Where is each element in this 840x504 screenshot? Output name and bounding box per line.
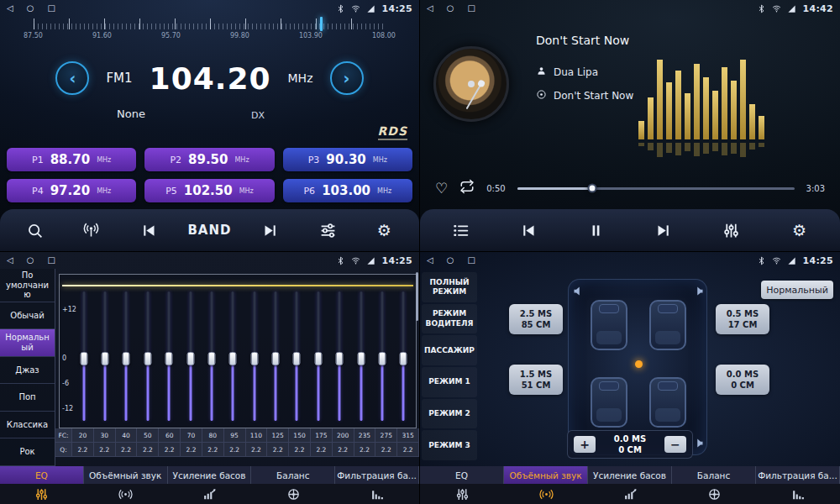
seat-front-left[interactable] [591, 300, 627, 350]
eq-preset-item[interactable]: Рок [0, 438, 55, 466]
next-track-button[interactable] [647, 213, 680, 247]
eq-band-slider[interactable] [371, 291, 392, 421]
scan-button[interactable] [18, 213, 52, 247]
slider-knob[interactable] [165, 352, 173, 365]
back-button[interactable]: ◁ [427, 0, 433, 17]
slider-knob[interactable] [400, 352, 407, 365]
surround-mode-2[interactable]: РЕЖИМ ВОДИТЕЛЯ [422, 304, 477, 334]
slider-knob[interactable] [123, 352, 130, 365]
sound-preset-button[interactable]: Нормальный [761, 281, 833, 299]
eq-icon[interactable] [0, 487, 84, 501]
distance-rear-left[interactable]: 1.5 MS 51 CM [509, 365, 563, 395]
bass-icon[interactable] [168, 487, 252, 501]
radio-preset-p4[interactable]: P497.20MHz [7, 179, 136, 202]
seat-rear-left[interactable] [591, 377, 627, 428]
radio-preset-p1[interactable]: P188.70MHz [7, 148, 136, 171]
home-button[interactable]: ○ [27, 0, 34, 17]
previous-station-button[interactable] [131, 213, 165, 247]
distance-rear-right[interactable]: 0.0 MS 0 CM [716, 365, 769, 395]
broadcast-button[interactable] [75, 213, 108, 247]
slider-knob[interactable] [357, 352, 365, 365]
slider-knob[interactable] [250, 352, 258, 365]
tune-settings-icon[interactable] [311, 213, 344, 247]
seek-up-button[interactable]: › [330, 61, 364, 95]
slider-knob[interactable] [144, 352, 151, 365]
surround-tab-eq[interactable]: EQ [420, 466, 504, 484]
eq-preset-item[interactable]: Поп [0, 384, 55, 412]
eq-preset-item[interactable]: Классика [0, 412, 55, 439]
eq-tab-eq[interactable]: EQ [0, 466, 84, 484]
radio-preset-p3[interactable]: P390.30MHz [283, 148, 412, 171]
slider-knob[interactable] [336, 352, 344, 365]
eq-band-slider[interactable] [223, 291, 244, 421]
bass-icon[interactable] [588, 487, 672, 501]
back-button[interactable]: ◁ [7, 0, 13, 17]
surround-mode-3[interactable]: ПАССАЖИР [422, 335, 477, 365]
slider-knob[interactable] [272, 352, 280, 365]
previous-track-button[interactable] [512, 213, 545, 247]
eq-tab-balance[interactable]: Баланс [251, 466, 335, 484]
decrease-button[interactable]: − [664, 436, 686, 453]
surround-mode-5[interactable]: РЕЖИМ 2 [422, 399, 477, 429]
eq-band-slider[interactable] [393, 291, 414, 421]
slider-knob[interactable] [229, 352, 237, 365]
balance-icon[interactable] [251, 487, 335, 501]
settings-gear-icon[interactable]: ⚙ [783, 213, 816, 247]
back-button[interactable]: ◁ [427, 252, 433, 269]
eq-icon[interactable] [420, 487, 504, 501]
list-scrollbar[interactable] [416, 272, 418, 321]
eq-preset-item[interactable]: По умолчанию [0, 269, 55, 302]
home-button[interactable]: ○ [447, 0, 454, 17]
surround-tab-balance[interactable]: Баланс [672, 466, 756, 484]
eq-band-slider[interactable] [180, 291, 201, 421]
eq-band-slider[interactable] [159, 291, 180, 421]
eq-band-slider[interactable] [244, 291, 265, 421]
eq-tab-bass[interactable]: Усиление басов [168, 466, 252, 484]
surround-icon[interactable] [84, 487, 168, 501]
eq-band-slider[interactable] [350, 291, 371, 421]
band-button[interactable]: BAND [187, 213, 231, 247]
increase-button[interactable]: + [574, 436, 596, 453]
radio-preset-p6[interactable]: P6103.00MHz [283, 179, 412, 202]
eq-band-slider[interactable] [329, 291, 350, 421]
settings-gear-icon[interactable]: ⚙ [367, 213, 401, 247]
slider-knob[interactable] [378, 352, 386, 365]
eq-band-slider[interactable] [137, 291, 158, 421]
surround-mode-1[interactable]: ПОЛНЫЙ РЕЖИМ [422, 272, 477, 302]
seek-down-button[interactable]: ‹ [55, 61, 89, 95]
eq-band-slider[interactable] [94, 291, 115, 421]
eq-band-slider[interactable] [116, 291, 137, 421]
recents-button[interactable]: □ [467, 252, 475, 269]
repeat-button[interactable] [459, 179, 475, 197]
distance-front-left[interactable]: 2.5 MS 85 CM [509, 304, 563, 334]
eq-band-slider[interactable] [265, 291, 286, 421]
recents-button[interactable]: □ [467, 0, 475, 17]
surround-tab-surround[interactable]: Объёмный звук [504, 466, 588, 484]
eq-band-slider[interactable] [286, 291, 307, 421]
mixer-button[interactable] [715, 213, 748, 247]
eq-tab-surround[interactable]: Объёмный звук [84, 466, 168, 484]
eq-preset-item[interactable]: Джаз [0, 357, 55, 385]
home-button[interactable]: ○ [447, 252, 454, 269]
pause-button[interactable] [580, 213, 613, 247]
playlist-button[interactable] [444, 213, 477, 247]
eq-tab-filter[interactable]: Фильтрация ба... [335, 466, 419, 484]
progress-slider[interactable] [517, 187, 795, 190]
back-button[interactable]: ◁ [7, 252, 13, 269]
next-station-button[interactable] [255, 213, 288, 247]
filter-icon[interactable] [335, 487, 419, 501]
seat-rear-right[interactable] [649, 377, 686, 428]
filter-icon[interactable] [756, 487, 840, 501]
slider-knob[interactable] [293, 352, 301, 365]
slider-knob[interactable] [80, 352, 87, 365]
progress-knob[interactable] [587, 184, 596, 193]
slider-knob[interactable] [186, 352, 194, 365]
distance-front-right[interactable]: 0.5 MS 17 CM [716, 304, 769, 334]
slider-knob[interactable] [102, 352, 109, 365]
surround-mode-6[interactable]: РЕЖИМ 3 [422, 430, 477, 460]
eq-preset-item[interactable]: Обычай [0, 302, 55, 330]
home-button[interactable]: ○ [27, 252, 34, 269]
slider-knob[interactable] [314, 352, 322, 365]
radio-preset-p2[interactable]: P289.50MHz [144, 148, 274, 171]
favorite-button[interactable]: ♡ [435, 180, 448, 197]
